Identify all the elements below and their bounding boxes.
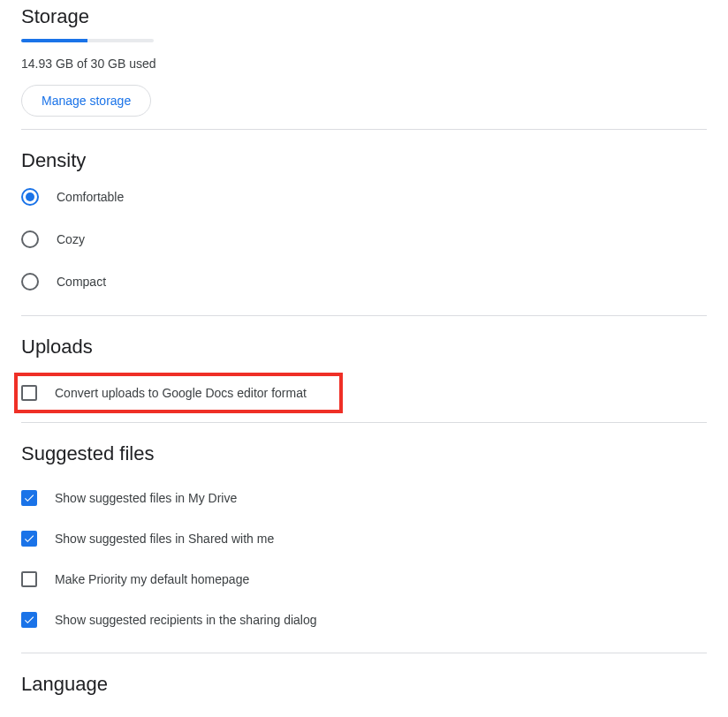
storage-progress-fill	[21, 39, 87, 42]
priority-homepage-row[interactable]: Make Priority my default homepage	[21, 559, 707, 600]
suggested-label: Show suggested files in Shared with me	[55, 532, 274, 546]
checkbox-icon	[21, 490, 37, 506]
suggested-files-section: Suggested files Show suggested files in …	[21, 423, 707, 640]
checkbox-icon	[21, 571, 37, 587]
checkbox-icon	[21, 612, 37, 628]
convert-uploads-checkbox-row[interactable]: Convert uploads to Google Docs editor fo…	[21, 381, 336, 404]
suggested-recipients-row[interactable]: Show suggested recipients in the sharing…	[21, 600, 707, 640]
density-heading: Density	[21, 149, 707, 172]
highlight-annotation: Convert uploads to Google Docs editor fo…	[14, 373, 343, 413]
suggested-check-group: Show suggested files in My Drive Show su…	[21, 478, 707, 640]
density-option-comfortable[interactable]: Comfortable	[21, 188, 707, 218]
density-option-label: Comfortable	[57, 190, 124, 204]
density-option-label: Compact	[57, 275, 106, 289]
density-option-cozy[interactable]: Cozy	[21, 218, 707, 260]
density-option-label: Cozy	[57, 232, 85, 246]
convert-uploads-label: Convert uploads to Google Docs editor fo…	[55, 386, 307, 400]
density-option-compact[interactable]: Compact	[21, 260, 707, 303]
language-heading: Language	[21, 673, 707, 696]
suggested-mydrive-row[interactable]: Show suggested files in My Drive	[21, 478, 707, 518]
storage-section: Storage 14.93 GB of 30 GB used Manage st…	[21, 0, 707, 117]
density-section: Density Comfortable Cozy Compact	[21, 130, 707, 303]
storage-progress-bar	[21, 39, 154, 42]
radio-icon	[21, 230, 39, 248]
suggested-label: Show suggested files in My Drive	[55, 491, 237, 505]
uploads-heading: Uploads	[21, 336, 707, 358]
radio-icon	[21, 188, 39, 206]
density-radio-group: Comfortable Cozy Compact	[21, 188, 707, 303]
suggested-label: Show suggested recipients in the sharing…	[55, 613, 317, 627]
radio-icon	[21, 273, 39, 291]
checkbox-icon	[21, 385, 37, 401]
uploads-section: Uploads Convert uploads to Google Docs e…	[21, 316, 707, 413]
storage-heading: Storage	[21, 5, 707, 28]
language-section: Language Change language settings	[21, 653, 707, 717]
checkbox-icon	[21, 531, 37, 547]
suggested-heading: Suggested files	[21, 442, 707, 465]
suggested-shared-row[interactable]: Show suggested files in Shared with me	[21, 518, 707, 559]
manage-storage-button[interactable]: Manage storage	[21, 85, 151, 117]
suggested-label: Make Priority my default homepage	[55, 572, 249, 586]
storage-usage-text: 14.93 GB of 30 GB used	[21, 57, 707, 71]
